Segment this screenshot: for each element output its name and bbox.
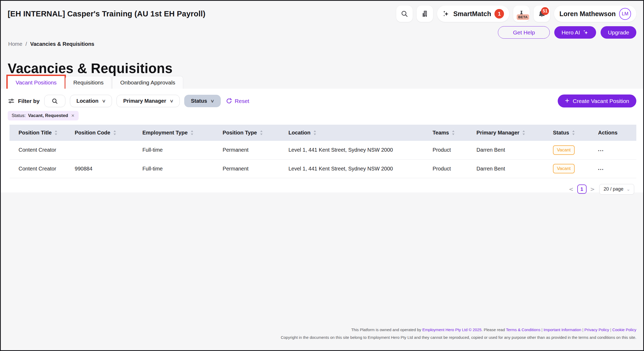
chevron-down-icon: ∨ <box>102 98 106 104</box>
page-size-select[interactable]: 20 / page ⌄ <box>599 184 634 195</box>
cell-position-title: Content Creator <box>10 159 75 178</box>
cell-status: Vacant <box>553 159 598 178</box>
terms-conditions-link[interactable]: Terms & Conditions <box>506 327 540 332</box>
cookie-policy-link[interactable]: Cookie Policy <box>612 327 636 332</box>
cell-position-type: Permanent <box>223 141 289 159</box>
tab-label: Onboarding Approvals <box>120 79 175 86</box>
row-actions-menu-button[interactable]: ••• <box>598 148 604 152</box>
reset-icon <box>226 98 232 104</box>
cell-actions: ••• <box>598 141 636 159</box>
table-row[interactable]: Content Creator 990884 Full-time Permane… <box>10 159 636 178</box>
smartmatch-button[interactable]: SmartMatch 1 <box>437 6 509 22</box>
top-bar-actions: SmartMatch 1 BETA 51 Loren Mathewson LM <box>396 6 636 22</box>
sparkle-icon <box>583 29 589 36</box>
top-bar: [EH INTERNAL] Casper's Training (AU 1st … <box>1 1 643 24</box>
hero-ai-button[interactable]: Hero AI <box>554 26 596 39</box>
column-header-position-type[interactable]: Position Type <box>223 125 289 141</box>
tab-vacant-positions[interactable]: Vacant Positions <box>8 76 65 89</box>
smartmatch-count-badge: 1 <box>494 9 504 19</box>
beta-labs-button[interactable]: BETA <box>513 6 530 22</box>
sort-icon[interactable] <box>313 130 317 136</box>
smartmatch-label: SmartMatch <box>453 10 491 18</box>
chip-value: Vacant, Requested <box>28 113 68 118</box>
tab-label: Vacant Positions <box>16 79 57 86</box>
cell-employment-type: Full-time <box>142 141 223 159</box>
footer-line-2: Copyright in the documents on this site … <box>281 334 636 341</box>
notifications-button[interactable]: 51 <box>534 6 550 22</box>
tab-bar: Vacant Positions Requisitions Onboarding… <box>8 76 184 89</box>
beta-badge: BETA <box>517 14 529 20</box>
column-label: Actions <box>598 130 617 136</box>
privacy-policy-link[interactable]: Privacy Policy <box>584 327 609 332</box>
link-separator: | <box>541 327 542 332</box>
breadcrumb-separator: / <box>25 41 27 47</box>
previous-page-button[interactable]: < <box>569 186 574 192</box>
cell-teams: Product <box>433 141 476 159</box>
sort-icon[interactable] <box>260 130 263 136</box>
notification-count-badge: 51 <box>541 7 549 15</box>
hero-ai-label: Hero AI <box>561 29 580 36</box>
close-icon[interactable]: ✕ <box>71 113 75 118</box>
reset-filters-button[interactable]: Reset <box>226 98 249 104</box>
create-vacant-position-button[interactable]: + Create Vacant Position <box>558 94 636 107</box>
link-separator: | <box>582 327 583 332</box>
column-header-position-title[interactable]: Position Title <box>10 125 75 141</box>
table-search-button[interactable] <box>44 95 65 107</box>
user-menu-button[interactable]: Loren Mathewson LM <box>554 6 636 22</box>
column-header-primary-manager[interactable]: Primary Manager <box>476 125 553 141</box>
breadcrumb-home-link[interactable]: Home <box>8 41 22 47</box>
cell-primary-manager: Darren Bent <box>476 159 553 178</box>
sort-icon[interactable] <box>113 130 116 136</box>
vacant-positions-panel: Filter by Location ∨ Primary Manager ∨ S… <box>1 89 643 192</box>
sort-icon[interactable] <box>190 130 194 136</box>
column-header-actions: Actions <box>598 125 636 141</box>
cell-primary-manager: Darren Bent <box>476 141 553 159</box>
column-header-status[interactable]: Status <box>553 125 598 141</box>
active-filters-row: Status: Vacant, Requested ✕ <box>1 107 643 120</box>
link-separator: | <box>610 327 611 332</box>
get-help-button[interactable]: Get Help <box>498 26 550 39</box>
organisation-switcher-button[interactable] <box>417 6 433 22</box>
primary-manager-filter-dropdown[interactable]: Primary Manager ∨ <box>116 95 180 107</box>
pagination: < 1 > 20 / page ⌄ <box>1 178 643 195</box>
chevron-down-icon: ⌄ <box>627 187 631 191</box>
location-filter-dropdown[interactable]: Location ∨ <box>70 95 112 107</box>
table-row[interactable]: Content Creator Full-time Permanent Leve… <box>10 141 636 159</box>
primary-manager-filter-label: Primary Manager <box>123 98 166 104</box>
row-actions-menu-button[interactable]: ••• <box>598 167 604 171</box>
tab-onboarding-approvals[interactable]: Onboarding Approvals <box>112 76 183 89</box>
tab-label: Requisitions <box>73 79 103 86</box>
column-label: Position Code <box>75 130 110 136</box>
status-filter-dropdown[interactable]: Status ∨ <box>184 95 221 107</box>
next-page-button[interactable]: > <box>590 186 595 192</box>
get-help-label: Get Help <box>513 29 535 36</box>
page-size-value: 20 / page <box>604 186 623 192</box>
sort-icon[interactable] <box>452 130 455 136</box>
upgrade-label: Upgrade <box>608 29 629 36</box>
upgrade-button[interactable]: Upgrade <box>601 26 636 39</box>
avatar: LM <box>619 8 631 20</box>
breadcrumb-current: Vacancies & Requisitions <box>30 41 94 47</box>
important-information-link[interactable]: Important Information <box>543 327 581 332</box>
cell-location: Level 1, 441 Kent Street, Sydney NSW 200… <box>289 159 433 178</box>
cell-position-code: 990884 <box>75 159 142 178</box>
sparkle-icon <box>442 10 450 17</box>
org-title: [EH INTERNAL] Casper's Training (AU 1st … <box>8 10 205 18</box>
sort-icon[interactable] <box>572 130 575 136</box>
column-header-employment-type[interactable]: Employment Type <box>142 125 223 141</box>
column-header-location[interactable]: Location <box>289 125 433 141</box>
filter-bar: Filter by Location ∨ Primary Manager ∨ S… <box>1 89 643 107</box>
column-header-teams[interactable]: Teams <box>433 125 476 141</box>
sort-icon[interactable] <box>522 130 525 136</box>
tab-requisitions[interactable]: Requisitions <box>65 76 111 89</box>
sort-icon[interactable] <box>54 130 58 136</box>
global-search-button[interactable] <box>396 6 413 22</box>
user-name: Loren Mathewson <box>559 10 616 18</box>
employment-hero-link[interactable]: Employment Hero Pty Ltd © 2025 <box>422 327 481 332</box>
column-header-position-code[interactable]: Position Code <box>75 125 142 141</box>
column-label: Location <box>289 130 310 136</box>
cell-teams: Product <box>433 159 476 178</box>
status-filter-chip[interactable]: Status: Vacant, Requested ✕ <box>8 111 79 120</box>
page-number-button[interactable]: 1 <box>577 184 587 194</box>
filter-sliders-icon <box>8 97 15 105</box>
